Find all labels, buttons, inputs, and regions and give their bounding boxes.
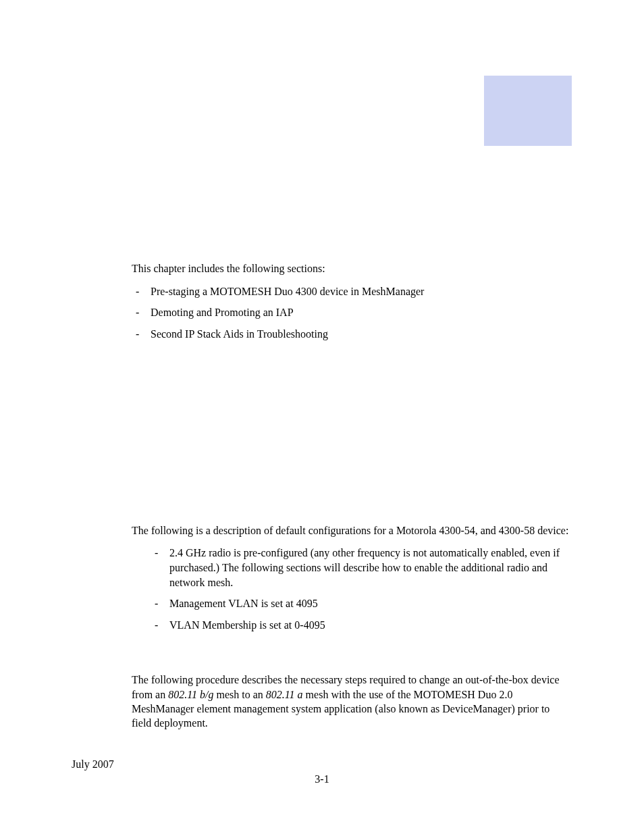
list-item-text: VLAN Membership is set at 0-4095 [169,619,325,631]
chapter-sections-list: Pre-staging a MOTOMESH Duo 4300 device i… [132,284,570,342]
list-item-text: 2.4 GHz radio is pre-configured (any oth… [169,547,560,588]
list-item: Second IP Stack Aids in Troubleshooting [132,327,570,342]
footer-date: July 2007 [72,758,114,771]
list-item-text: Pre-staging a MOTOMESH Duo 4300 device i… [151,286,424,297]
page-root: This chapter includes the following sect… [0,0,644,834]
chapter-intro-text: This chapter includes the following sect… [132,261,570,276]
procedure-paragraph: The following procedure describes the ne… [132,673,570,729]
list-item: 2.4 GHz radio is pre-configured (any oth… [151,546,570,590]
default-config-section: The following is a description of defaul… [132,523,570,632]
list-item-text: Second IP Stack Aids in Troubleshooting [151,328,328,340]
default-config-intro: The following is a description of defaul… [132,523,570,538]
list-item-text: Management VLAN is set at 4095 [169,598,318,609]
list-item-text: Demoting and Promoting an IAP [151,307,294,318]
list-item: Management VLAN is set at 4095 [151,596,570,611]
procedure-text-italic2: 802.11 a [266,689,303,700]
body-content: This chapter includes the following sect… [132,261,570,730]
procedure-text-mid1: mesh to an [213,689,265,700]
procedure-section: The following procedure describes the ne… [132,673,570,729]
list-item: Pre-staging a MOTOMESH Duo 4300 device i… [132,284,570,299]
list-item: VLAN Membership is set at 0-4095 [151,618,570,633]
default-config-list: 2.4 GHz radio is pre-configured (any oth… [151,546,570,632]
procedure-text-italic1: 802.11 b/g [168,689,213,700]
header-decorative-box [484,76,572,146]
footer-page-number: 3-1 [0,773,644,785]
list-item: Demoting and Promoting an IAP [132,305,570,320]
